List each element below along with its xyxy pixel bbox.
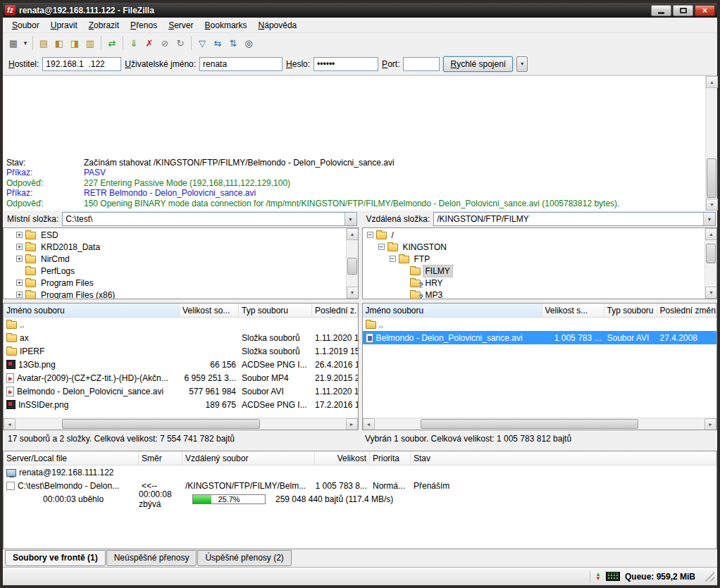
menu-bookmarks[interactable]: Bookmarks — [199, 18, 253, 32]
local-path-combo[interactable]: C:\test\ ▼ — [62, 212, 356, 226]
table-row[interactable]: .. — [4, 318, 358, 331]
refresh-icon[interactable]: ⇄ — [104, 35, 120, 51]
expander-icon[interactable]: + — [16, 292, 23, 298]
tab-successful-transfers[interactable]: Úspěšné přenosy (2) — [197, 550, 291, 566]
column-header-priority[interactable]: Priorita — [370, 451, 411, 465]
scroll-down-icon[interactable]: ▼ — [706, 199, 718, 211]
expander-icon[interactable]: + — [16, 244, 23, 250]
scroll-down-icon[interactable]: ▼ — [347, 287, 359, 299]
toggle-queue-icon[interactable]: ▥ — [82, 35, 98, 51]
menu-prenos[interactable]: Přenos — [125, 18, 163, 32]
column-header-status[interactable]: Stav — [411, 451, 716, 465]
tree-item-krd2018[interactable]: + KRD2018_Data — [4, 241, 346, 253]
column-header-size[interactable]: Velikost so... — [180, 304, 239, 317]
site-manager-icon[interactable]: ▦ — [6, 35, 21, 51]
scroll-right-icon[interactable]: ► — [705, 418, 716, 430]
column-header-remote-file[interactable]: Vzdálený soubor — [182, 451, 315, 465]
scroll-down-icon[interactable]: ▼ — [705, 287, 717, 299]
disconnect-icon[interactable]: ⊘ — [157, 35, 173, 51]
expander-icon[interactable]: + — [16, 280, 23, 286]
tree-item-nircmd[interactable]: + NirCmd — [4, 253, 346, 265]
tree-item-root[interactable]: − / — [363, 229, 705, 241]
scroll-thumb[interactable] — [347, 258, 357, 275]
table-row[interactable]: Belmondo - Delon_Polovicni_sance.avi 577… — [4, 384, 358, 398]
column-header-type[interactable]: Typ souboru — [604, 304, 657, 317]
column-header-date[interactable]: Poslední změna — [657, 304, 717, 317]
remote-path-combo[interactable]: /KINGSTON/FTP/FILMY ▼ — [433, 212, 716, 226]
column-header-name[interactable]: Jméno souboru — [4, 304, 180, 317]
tree-item-program-files[interactable]: + Program Files — [4, 277, 346, 289]
resize-grip[interactable] — [705, 572, 714, 582]
filter-icon[interactable]: ▽ — [194, 35, 210, 51]
menu-zobrazit[interactable]: Zobrazit — [83, 18, 125, 32]
sync-browse-icon[interactable]: ⇅ — [225, 35, 241, 51]
password-input[interactable] — [314, 57, 378, 71]
tree-item-ftp[interactable]: − FTP — [363, 253, 705, 265]
tab-queued-files[interactable]: Soubory ve frontě (1) — [5, 550, 106, 566]
table-row[interactable]: IPERF Složka souborů 1.1.2019 15... — [4, 344, 358, 358]
queue-item-checkbox[interactable] — [6, 482, 15, 490]
expander-icon[interactable]: − — [367, 232, 373, 238]
quickconnect-dropdown-icon[interactable]: ▾ — [516, 56, 528, 72]
tree-item-hry[interactable]: ? HRY — [363, 277, 705, 289]
log-scrollbar[interactable]: ▲ ▼ — [705, 76, 717, 211]
tree-item-filmy-selected[interactable]: FILMY — [363, 265, 705, 277]
scroll-up-icon[interactable]: ▲ — [706, 76, 718, 88]
maximize-button[interactable] — [673, 5, 693, 16]
close-button[interactable]: × — [695, 5, 715, 16]
port-input[interactable] — [403, 57, 440, 71]
tree-item-mp3[interactable]: ? MP3 — [363, 289, 705, 299]
scroll-thumb[interactable] — [706, 244, 716, 263]
scroll-up-icon[interactable]: ▲ — [705, 228, 717, 240]
menu-napoveda[interactable]: Nápověda — [253, 18, 303, 32]
expander-icon[interactable]: + — [16, 256, 23, 262]
table-row[interactable]: Avatar-(2009)-(CZ+CZ-tit.)-(HD)-(Akčn...… — [4, 371, 358, 384]
tab-failed-transfers[interactable]: Neúspěšné přenosy — [106, 550, 197, 566]
menu-upravit[interactable]: Upravit — [45, 18, 83, 32]
tree-item-perflogs[interactable]: PerfLogs — [4, 265, 346, 277]
scroll-left-icon[interactable]: ◄ — [4, 418, 15, 430]
column-header-type[interactable]: Typ souboru — [239, 304, 312, 317]
tree-item-esd[interactable]: + ESD — [4, 229, 346, 241]
local-list-hscrollbar[interactable]: ◄ ► — [4, 418, 358, 430]
table-row[interactable]: InSSIDer.png 189 675 ACDSee PNG I... 17.… — [4, 398, 358, 411]
chevron-down-icon[interactable]: ▼ — [703, 213, 715, 225]
toggle-remote-tree-icon[interactable]: ◨ — [67, 35, 82, 51]
toggle-local-tree-icon[interactable]: ◧ — [51, 35, 67, 51]
cancel-icon[interactable]: ✗ — [142, 35, 157, 51]
host-input[interactable] — [42, 57, 121, 71]
reconnect-icon[interactable]: ↻ — [173, 35, 188, 51]
menu-soubor[interactable]: Soubor — [6, 18, 45, 32]
column-header-date[interactable]: Poslední z... — [312, 304, 358, 317]
table-row[interactable]: ax Složka souborů 1.11.2020 1... — [4, 331, 358, 344]
local-tree-scrollbar[interactable]: ▲ ▼ — [346, 228, 358, 299]
remote-tree-scrollbar[interactable]: ▲ ▼ — [705, 228, 716, 299]
expander-icon[interactable]: − — [390, 256, 396, 262]
toggle-log-icon[interactable]: ▤ — [36, 35, 51, 51]
column-header-server-local[interactable]: Server/Local file — [4, 451, 139, 465]
compare-icon[interactable]: ⇆ — [210, 35, 225, 51]
tree-item-kingston[interactable]: − KINGSTON — [363, 241, 705, 253]
scroll-left-icon[interactable]: ◄ — [363, 418, 375, 430]
process-queue-icon[interactable]: ⇓ — [126, 35, 142, 51]
scroll-thumb[interactable] — [62, 419, 260, 429]
chevron-down-icon[interactable]: ▼ — [345, 213, 356, 225]
expander-icon[interactable]: + — [16, 232, 23, 238]
queue-transfer-row[interactable]: C:\test\Belmondo - Delon... <<-- /KINGST… — [4, 479, 716, 492]
expander-icon[interactable]: − — [378, 244, 385, 250]
table-row-selected[interactable]: Belmondo - Delon_Polovicni_sance.avi 1 0… — [363, 331, 717, 344]
column-header-size[interactable]: Velikost — [315, 451, 370, 465]
table-row[interactable]: .. — [363, 318, 717, 331]
minimize-button[interactable] — [651, 5, 671, 16]
table-row[interactable]: 13Gb.png 66 156 ACDSee PNG I... 26.4.201… — [4, 358, 358, 371]
username-input[interactable] — [199, 57, 283, 71]
remote-list-hscrollbar[interactable]: ◄ ► — [363, 418, 717, 430]
column-header-size[interactable]: Velikost s... — [542, 304, 604, 317]
column-header-direction[interactable]: Směr — [139, 451, 182, 465]
column-header-name[interactable]: Jméno souboru — [363, 304, 542, 317]
scroll-right-icon[interactable]: ► — [346, 418, 358, 430]
quickconnect-button[interactable]: Rychlé spojení — [443, 56, 513, 72]
scroll-thumb[interactable] — [707, 158, 716, 198]
site-manager-dropdown-icon[interactable]: ▾ — [21, 35, 30, 51]
find-icon[interactable]: ◎ — [241, 35, 256, 51]
